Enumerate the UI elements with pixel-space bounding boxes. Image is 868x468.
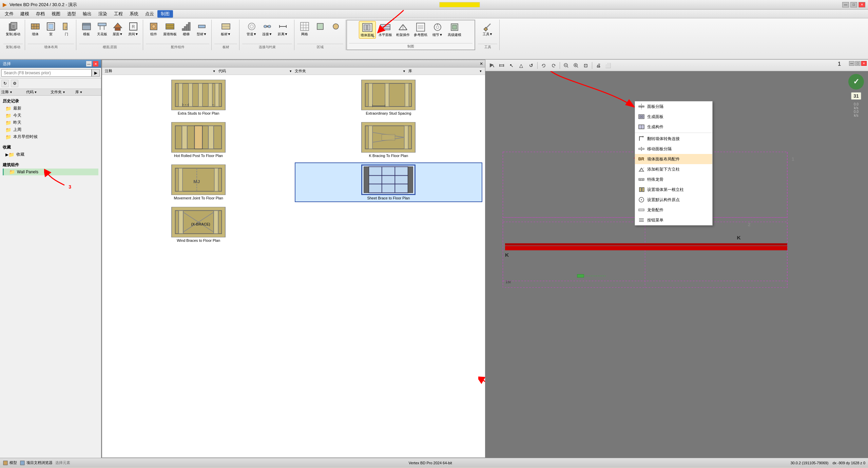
menu-project[interactable]: 工程 [111, 10, 126, 18]
ribbon-btn-copy[interactable]: 复制,移动 [4, 20, 22, 37]
dropdown-label-panel-layout: 墙体面板布局配件 [647, 156, 680, 162]
statusbar-model-btn[interactable]: 模型 [3, 460, 17, 466]
dropdown-item-move-sep[interactable]: 移动面板分隔 [635, 144, 712, 154]
wall-panels-folder[interactable]: 📁 Wall Panels [3, 169, 98, 175]
canvas-tb-zoom-out[interactable] [562, 61, 571, 70]
dropdown-item-special-track[interactable]: 特殊龙骨 [635, 174, 712, 184]
ribbon-btn-roof[interactable]: 屋面▼ [110, 20, 125, 37]
ribbon-btn-zone1[interactable] [313, 20, 328, 33]
ribbon-btn-ceiling[interactable]: 天花板 [95, 20, 110, 37]
panel-minimize-btn[interactable]: — [86, 61, 92, 66]
canvas-tb-zoom-in[interactable] [572, 61, 580, 70]
menu-select[interactable]: 选型 [64, 10, 79, 18]
panel-refresh-btn[interactable]: ↻ [1, 80, 9, 87]
panel-close-btn[interactable]: ✕ [93, 61, 98, 66]
col-header-folder[interactable]: 文件夹▼ [51, 90, 75, 95]
dropdown-item-track-fitting[interactable]: 龙骨配件 [635, 205, 712, 215]
menu-pointcloud[interactable]: 点云 [142, 10, 157, 18]
search-input[interactable] [1, 69, 92, 77]
menu-file[interactable]: 文件 [1, 10, 17, 18]
dropdown-item-set-origin[interactable]: 设置默认构件原点 [635, 195, 712, 205]
canvas-tb-export[interactable]: ⬜ [604, 61, 613, 70]
col-header-note[interactable]: 注释▼ [1, 90, 26, 95]
grid-item-k-bracing[interactable]: K Bracing To Floor Plan [295, 120, 482, 160]
ribbon-btn-wall-panel[interactable]: 墙体面板 [359, 21, 376, 39]
menu-output[interactable]: 输出 [79, 10, 95, 18]
close-button[interactable]: ✕ [859, 2, 865, 7]
canvas-tb-triangle[interactable]: △ [517, 61, 526, 70]
menu-system[interactable]: 系统 [126, 10, 142, 18]
ribbon-btn-template[interactable]: 模板 [79, 20, 94, 37]
dropdown-item-gen-panel[interactable]: 生成面板 [635, 112, 712, 122]
canvas-tb-redo[interactable] [549, 61, 558, 70]
confirm-button[interactable]: ✓ [848, 74, 864, 90]
canvas-tb-measure[interactable] [497, 61, 506, 70]
canvas-tb-print[interactable]: 🖨 [594, 61, 603, 70]
ribbon-btn-ref-drawing[interactable]: 参考图纸 [412, 21, 429, 38]
col-header-code[interactable]: 代码▼ [26, 90, 51, 95]
ribbon-btn-zone2[interactable] [328, 20, 343, 33]
ribbon-btn-room[interactable]: 室 [43, 20, 58, 37]
svg-line-55 [399, 24, 403, 30]
ribbon-btn-door[interactable]: 门 [59, 20, 74, 37]
history-item-earlier[interactable]: 📁本月早些时候 [3, 133, 98, 140]
dropdown-item-panel-layout[interactable]: BR 墙体面板布局配件 [635, 154, 712, 164]
dropdown-item-add-truss[interactable]: 添加桁架下方立柱 [635, 164, 712, 174]
dropdown-item-gen-component[interactable]: 生成构件 [635, 122, 712, 132]
ribbon-btn-tools[interactable]: 工具▼ [480, 20, 495, 37]
canvas-tb-cursor[interactable]: ↖ [507, 61, 516, 70]
canvas-close-btn[interactable]: ✕ [861, 61, 867, 66]
grid-item-movement-joint[interactable]: MJ Movement Joint To Floor Plan [105, 162, 292, 202]
statusbar-docs-btn[interactable]: 项目文档浏览器 [20, 460, 53, 466]
ribbon-btn-stair[interactable]: 楼梯 [179, 20, 194, 37]
search-go-button[interactable]: ▶ [92, 69, 100, 77]
panel-settings-btn[interactable]: ⚙ [11, 80, 18, 87]
menu-render[interactable]: 渲染 [95, 10, 111, 18]
grid-close-btn[interactable]: ✕ [480, 61, 483, 66]
dropdown-item-btn-menu[interactable]: 按钮菜单 [635, 215, 712, 225]
canvas-tb-circle-arrow[interactable]: ↺ [527, 61, 536, 70]
history-item-today[interactable]: 📁今天 [3, 112, 98, 119]
ribbon-btn-advanced[interactable]: 高级建模 [446, 21, 463, 38]
ribbon-btn-connect[interactable]: 连接▼ [260, 20, 275, 37]
ribbon-btn-component[interactable]: 组件 [146, 20, 161, 37]
maximize-button[interactable]: □ [850, 2, 857, 7]
canvas-minimize-btn[interactable]: — [849, 61, 854, 66]
grid-item-extra-studs[interactable]: Extra Studs to Floor Plan [105, 78, 292, 117]
dropdown-item-flip-corner[interactable]: 翻转墙体转角连接 [635, 134, 712, 144]
history-item-yesterday[interactable]: 📁昨天 [3, 119, 98, 126]
ribbon-btn-cladding[interactable]: 屋墙饰板 [162, 20, 178, 37]
ribbon-btn-room2[interactable]: R 房间▼ [126, 20, 141, 37]
menu-drawing[interactable]: 制图 [157, 10, 173, 18]
dropdown-item-panel-sep[interactable]: 面板分隔 [635, 101, 712, 112]
ribbon-btn-pipe[interactable]: 管道▼ [244, 20, 259, 37]
track-fitting-icon [638, 206, 645, 214]
grid-item-hot-rolled[interactable]: Hot Rolled Post To Floor Plan [105, 120, 292, 160]
dropdown-item-set-first-stud[interactable]: 设置墙体第一根立柱 [635, 184, 712, 195]
grid-item-wind-brace[interactable]: (X-BRACE) Wind Braces to Floor Plan [105, 205, 292, 245]
ribbon-btn-board[interactable]: 板材▼ [218, 20, 233, 37]
grid-item-sheet-brace[interactable]: Sheet Brace to Floor Plan [295, 162, 482, 202]
minimize-button[interactable]: — [842, 2, 849, 7]
canvas-maximize-btn[interactable]: □ [855, 61, 861, 66]
thumb-wind-brace: (X-BRACE) [171, 207, 226, 237]
ribbon-btn-wall[interactable]: 墙体 [28, 20, 43, 37]
ribbon-btn-distance[interactable]: 距离▼ [275, 20, 290, 37]
ribbon-btn-truss-op[interactable]: 桁架操作 [395, 21, 411, 38]
menu-view[interactable]: 视图 [48, 10, 64, 18]
ribbon-btn-detail[interactable]: 细节▼ [430, 21, 445, 38]
ribbon-btn-grid[interactable]: 网格 [297, 20, 312, 37]
favorites-expand[interactable]: ▶ 📁收藏 [3, 151, 98, 158]
ribbon-btn-horiz-panel[interactable]: 水平面板 [377, 21, 393, 38]
svg-rect-82 [369, 83, 373, 106]
history-item-lastweek[interactable]: 📁上周 [3, 126, 98, 133]
col-header-lib[interactable]: 库▼ [75, 90, 100, 95]
canvas-tb-select[interactable] [487, 61, 496, 70]
history-item-latest[interactable]: 📁最新 [3, 105, 98, 112]
menu-modeling[interactable]: 建模 [17, 10, 33, 18]
canvas-tb-fit[interactable]: ⊡ [581, 61, 590, 70]
menu-archive[interactable]: 存档 [33, 10, 48, 18]
ribbon-btn-profile[interactable]: 型材▼ [194, 20, 209, 37]
canvas-tb-undo[interactable] [539, 61, 548, 70]
grid-item-ext-stud-spacing[interactable]: Extraordinary Stud Spacing [295, 78, 482, 117]
